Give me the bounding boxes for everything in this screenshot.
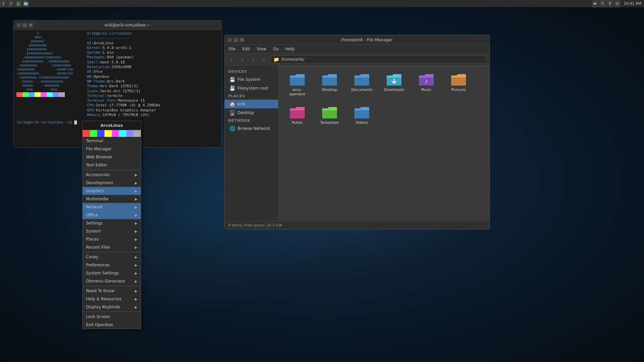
terminal-taskbar-icon[interactable] — [15, 0, 22, 7]
fm-forward-btn[interactable]: › — [238, 55, 247, 64]
menu-file-manager[interactable]: File Manager — [83, 145, 141, 153]
sidebar-filesystem-root[interactable]: 💾 Filesystem root — [225, 84, 278, 93]
workspace-switcher-right: 3 4 — [599, 0, 613, 7]
sidebar-browse-network[interactable]: 🌐 Browse Network — [225, 124, 278, 133]
menu-preferences[interactable]: Preferences▶ — [83, 261, 141, 269]
recent-files-arrow: ▶ — [135, 246, 137, 249]
folder-videos[interactable]: Videos — [348, 104, 375, 127]
menu-color-green — [90, 130, 97, 137]
desktop-sidebar-label: Desktop — [238, 110, 254, 115]
menu-text-editor[interactable]: Text Editor — [83, 161, 141, 169]
fm-menu-edit[interactable]: Edit — [241, 46, 251, 52]
folder-templates-label: Templates — [320, 120, 339, 125]
file-manager-title: /home/erik - File Manager — [247, 38, 487, 42]
terminal-art: /- ooo: yooooo/ yoooooooo yooooooooo .yo… — [16, 31, 84, 117]
help-resources-arrow: ▶ — [135, 297, 137, 301]
workspace-4[interactable]: 4 — [606, 0, 613, 7]
folder-arco-openbox-icon — [289, 73, 305, 86]
menu-obmenu-generator[interactable]: Obmenu-Generator▶ — [83, 277, 141, 285]
file-system-label: File System — [238, 77, 261, 82]
sidebar-erik[interactable]: 🏠 erik — [225, 100, 278, 108]
file-manager-taskbar-icon[interactable] — [22, 0, 30, 7]
sidebar-file-system[interactable]: 💾 File System — [225, 75, 278, 84]
fm-menu-view[interactable]: View — [255, 46, 267, 52]
menu-conky[interactable]: Conky▶ — [83, 253, 141, 261]
menu-multimedia[interactable]: Multimedia▶ — [83, 195, 141, 203]
folder-pictures[interactable]: Pictures — [445, 71, 472, 98]
de-value: Xfce — [94, 69, 103, 74]
menu-settings[interactable]: Settings▶ — [83, 219, 141, 227]
menu-color-lightblue — [126, 130, 134, 137]
packages-value: 894 (pacman) — [107, 55, 134, 60]
fm-address-text: /home/erik/ — [281, 57, 304, 62]
menu-office[interactable]: Office▶ — [83, 211, 141, 219]
folder-desktop[interactable]: Desktop — [316, 71, 343, 98]
menu-accessories[interactable]: Accessories▶ — [83, 171, 141, 179]
folder-videos-label: Videos — [356, 120, 368, 125]
fm-maximize-btn[interactable]: □ — [233, 38, 238, 42]
folder-music-label: Music — [421, 88, 431, 92]
menu-color-red — [83, 130, 90, 137]
folder-documents[interactable]: Documents — [348, 71, 375, 98]
taskbar-right: 3 4 10:41 AM — [591, 0, 644, 7]
folder-arco-openbox[interactable]: arco-openbox — [284, 71, 311, 98]
fm-menu-go[interactable]: Go — [272, 46, 280, 52]
fm-close-btn[interactable]: ✕ — [240, 38, 244, 42]
wm-value: Openbox — [94, 74, 109, 79]
fm-minimize-btn[interactable]: − — [227, 38, 232, 42]
conky-arrow: ▶ — [135, 255, 137, 259]
gpu-label: GPU: — [87, 108, 96, 113]
display-keybinds-arrow: ▶ — [135, 305, 137, 309]
accessories-arrow: ▶ — [135, 173, 137, 177]
places-arrow: ▶ — [135, 238, 137, 241]
color-green — [23, 92, 29, 97]
fm-home-btn[interactable]: ⌂ — [260, 55, 268, 64]
obmenu-arrow: ▶ — [135, 279, 137, 283]
file-manager-window: − □ ✕ /home/erik - File Manager File Edi… — [224, 35, 490, 229]
terminal-value: termite — [107, 94, 123, 98]
fm-back-btn[interactable]: ‹ — [227, 55, 236, 64]
menu-web-browser[interactable]: Web Browser — [83, 153, 141, 161]
fm-up-btn[interactable]: ↑ — [249, 55, 258, 64]
menu-display-keybinds[interactable]: Display Keybinds▶ — [83, 303, 141, 311]
audio-icon[interactable] — [613, 0, 621, 7]
menu-exit-openbox[interactable]: Exit Openbox — [83, 321, 141, 329]
development-arrow: ▶ — [135, 181, 137, 185]
menu-system[interactable]: System▶ — [83, 227, 141, 235]
menu-system-settings[interactable]: System Settings▶ — [83, 269, 141, 277]
fm-menu-help[interactable]: Help — [284, 46, 296, 52]
workspace-2[interactable]: 2 — [7, 0, 15, 7]
fm-address-bar[interactable]: 📁 /home/erik/ — [270, 55, 487, 63]
folder-templates[interactable]: Templates — [316, 104, 343, 127]
terminal-minimize-btn[interactable]: − — [16, 23, 21, 28]
menu-terminal[interactable]: Terminal — [83, 137, 141, 145]
username-label: erik@erik-virtualbox — [87, 31, 131, 36]
menu-graphics[interactable]: Graphics▶ — [83, 187, 141, 195]
menu-lock-screen[interactable]: Lock Screen — [83, 313, 141, 321]
menu-need-to-know[interactable]: Need To Know▶ — [83, 287, 141, 295]
menu-places[interactable]: Places▶ — [83, 235, 141, 243]
memory-value: 197MiB / 7957MiB (2%) — [102, 113, 149, 117]
system-settings-arrow: ▶ — [135, 271, 137, 275]
workspace-1[interactable]: 1 — [0, 0, 7, 7]
folder-downloads[interactable]: Downloads — [381, 71, 407, 98]
preferences-arrow: ▶ — [135, 263, 137, 267]
terminal-maximize-btn[interactable]: □ — [23, 23, 27, 28]
folder-public[interactable]: Public — [284, 104, 311, 127]
context-menu: ArcoLinux Terminal File Manager Web Brow… — [82, 121, 141, 329]
menu-sep-1 — [83, 170, 141, 170]
fm-menu-file[interactable]: File — [227, 46, 237, 52]
sidebar-desktop[interactable]: 🖥️ Desktop — [225, 108, 278, 117]
devices-section-header: DEVICES — [225, 68, 278, 75]
folder-music[interactable]: ♪ Music — [413, 71, 440, 98]
menu-development[interactable]: Development▶ — [83, 179, 141, 187]
menu-color-bar — [83, 130, 141, 137]
volume-control[interactable] — [591, 0, 599, 7]
menu-help-resources[interactable]: Help & Resources▶ — [83, 295, 141, 303]
workspace-3[interactable]: 3 — [599, 0, 606, 7]
terminal-close-btn[interactable]: ✕ — [29, 23, 33, 28]
menu-color-yellow — [104, 130, 112, 137]
folder-desktop-icon — [321, 73, 338, 86]
menu-recent-files[interactable]: Recent Files▶ — [83, 243, 141, 251]
menu-network[interactable]: Network▶ — [83, 203, 141, 211]
